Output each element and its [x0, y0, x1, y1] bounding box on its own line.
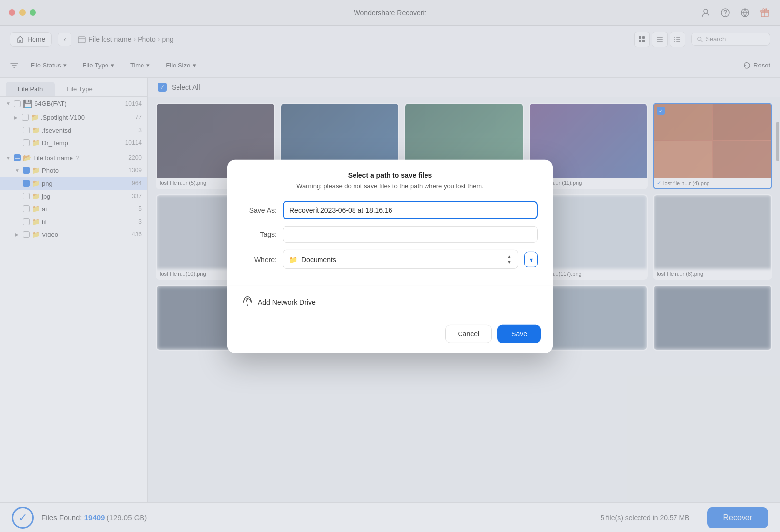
tags-row: Tags: [242, 226, 538, 243]
where-label: Where: [242, 255, 277, 263]
documents-folder-icon: 📁 [289, 255, 297, 263]
network-drive-icon [242, 296, 253, 309]
dialog-header: Select a path to save files Warning: ple… [227, 160, 553, 198]
stepper[interactable]: ▲ ▼ [507, 254, 512, 265]
dialog-warning: Warning: please do not save files to the… [242, 182, 538, 190]
dialog-divider [227, 286, 553, 286]
where-select[interactable]: 📁 Documents ▲ ▼ [283, 250, 518, 269]
dialog-footer: Cancel Save [227, 319, 553, 353]
save-as-label: Save As: [242, 206, 277, 214]
svg-point-21 [247, 304, 248, 306]
save-as-input[interactable] [283, 201, 538, 219]
dialog-body: Save As: Tags: Where: 📁 Documents ▲ ▼ ▾ [227, 198, 553, 286]
save-button[interactable]: Save [497, 325, 541, 343]
stepper-down-icon[interactable]: ▼ [507, 260, 512, 265]
where-dropdown-button[interactable]: ▾ [524, 251, 538, 267]
add-network-drive-button[interactable]: Add Network Drive [227, 292, 553, 319]
stepper-up-icon[interactable]: ▲ [507, 254, 512, 259]
where-value: Documents [301, 255, 503, 263]
tags-label: Tags: [242, 231, 277, 238]
tags-input[interactable] [283, 226, 538, 243]
add-network-label: Add Network Drive [258, 299, 316, 306]
where-row: Where: 📁 Documents ▲ ▼ ▾ [242, 250, 538, 269]
chevron-down-icon: ▾ [530, 255, 533, 263]
save-as-row: Save As: [242, 201, 538, 219]
cancel-button[interactable]: Cancel [445, 325, 492, 343]
dialog-title: Select a path to save files [242, 171, 538, 179]
save-dialog: Select a path to save files Warning: ple… [227, 160, 553, 353]
